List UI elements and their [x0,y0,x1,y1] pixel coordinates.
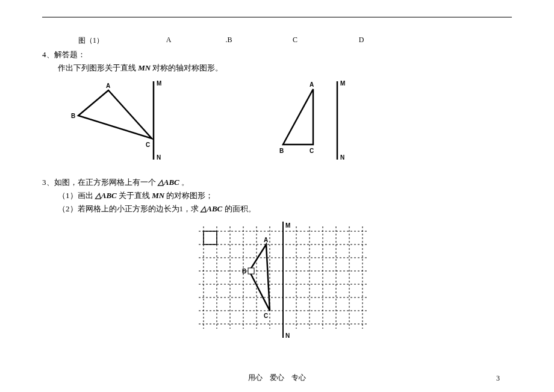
q3-sub2-suffix: 的面积。 [222,204,255,213]
q4-mn: MN [138,63,151,72]
q3-title-suffix: 。 [179,178,189,187]
option-a: A [138,36,199,46]
question-3-sub1: （1）画出 △ABC 关于直线 MN 的对称图形； [58,190,512,201]
page-number: 3 [496,374,500,383]
grid-label-n: N [285,332,290,339]
svg-rect-30 [248,268,254,274]
q3-sub1-tri: △ABC [95,191,117,200]
question-3-title: 3、如图，在正方形网格上有一个 △ABC 。 [42,177,512,188]
option-d: D [331,36,391,46]
grid-label-b: B [242,268,246,275]
q4-prefix: 作出下列图形关于直线 [58,63,138,72]
q3-sub1-mid: 关于直线 [117,191,152,200]
q3-sub2-tri: △ABC [201,204,222,213]
figure-1-option-row: 图（1） A .B C D [78,36,512,46]
svg-marker-29 [249,244,270,311]
label-c: C [146,142,150,148]
question-3-sub2: （2）若网格上的小正方形的边长为1，求 △ABC 的面积。 [58,204,512,214]
option-c: C [259,36,331,46]
svg-marker-3 [283,89,313,145]
svg-marker-1 [78,90,152,138]
question-4-prompt: 作出下列图形关于直线 MN 对称的轴对称图形。 [58,63,512,73]
footer-motto: 用心 爱心 专心 [248,373,306,382]
label-a: A [310,81,314,88]
grid-label-m: M [285,222,290,229]
grid-figure: M N A B C [193,220,512,343]
q3-sub2-prefix: （2）若网格上的小正方形的边长为1，求 [58,204,201,213]
q3-title-prefix: 3、如图，在正方形网格上有一个 [42,178,158,187]
figure-left-triangle: M N A B C [66,78,187,165]
label-c: C [310,148,314,154]
label-n: N [340,154,344,161]
grid-label-a: A [264,237,268,243]
figure-right-triangle: M N A B C [271,78,367,165]
q3-sub1-mn: MN [152,191,164,200]
figure-1-label: 图（1） [78,36,138,46]
label-n: N [157,154,161,161]
page-footer: 用心 爱心 专心 3 [0,373,554,383]
q4-suffix: 对称的轴对称图形。 [151,63,223,72]
label-m: M [340,80,345,87]
label-b: B [279,148,284,154]
q3-sub1-suffix: 的对称图形； [164,191,213,200]
grid-label-c: C [264,313,268,319]
label-b: B [71,113,75,119]
question-4-title: 4、解答题： [42,49,512,60]
q3-title-tri: △ABC [158,178,179,187]
q3-sub1-prefix: （1）画出 [58,191,95,200]
label-m: M [157,80,161,87]
label-a: A [106,82,110,89]
option-b: .B [199,36,259,46]
